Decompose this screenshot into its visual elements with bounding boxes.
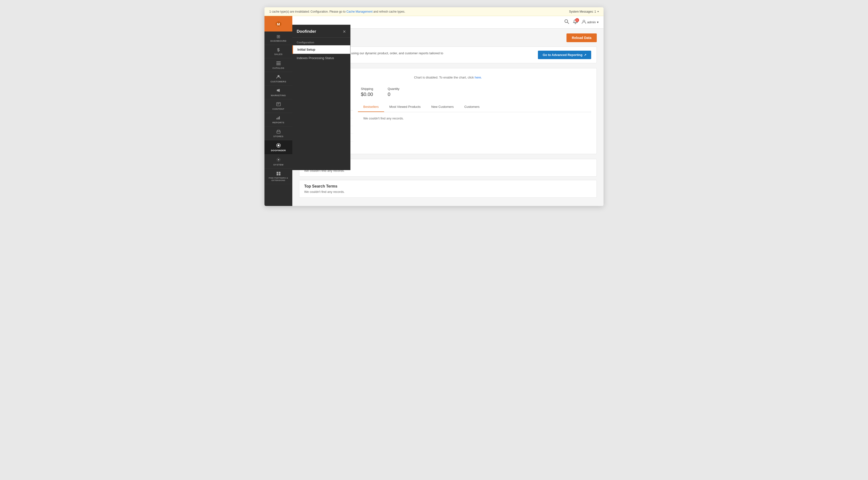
- svg-point-17: [278, 144, 279, 146]
- svg-rect-20: [279, 172, 280, 174]
- svg-rect-13: [278, 117, 279, 119]
- sidebar-item-reports[interactable]: REPORTS: [265, 113, 292, 126]
- advanced-reporting-button-label: Go to Advanced Reporting: [543, 53, 583, 57]
- svg-rect-3: [276, 62, 281, 62]
- tab-new-customers[interactable]: New Customers: [426, 102, 459, 112]
- content-icon: [276, 102, 281, 107]
- bell-icon[interactable]: 1: [573, 19, 578, 25]
- search-icon[interactable]: [564, 19, 569, 25]
- sidebar: M ⊞ DASHBOARD $ SALES CATALOG: [265, 16, 292, 206]
- doofinder-section-label: Configuration: [292, 37, 350, 45]
- user-label: admin: [587, 20, 596, 24]
- stat-quantity-label: Quantity: [388, 87, 399, 91]
- extensions-icon: [276, 172, 281, 176]
- svg-rect-4: [276, 63, 281, 64]
- svg-point-25: [575, 23, 576, 24]
- sidebar-item-marketing-label: MARKETING: [271, 94, 286, 97]
- stat-shipping-label: Shipping: [361, 87, 373, 91]
- sidebar-item-customers[interactable]: CUSTOMERS: [265, 72, 292, 86]
- sidebar-item-catalog-label: CATALOG: [273, 67, 284, 69]
- bell-badge: 1: [575, 18, 579, 22]
- sidebar-item-dashboard-label: DASHBOARD: [270, 39, 286, 42]
- sidebar-item-extensions[interactable]: FIND PARTNERS & EXTENSIONS: [265, 169, 292, 184]
- svg-rect-11: [277, 104, 279, 104]
- tab-most-viewed[interactable]: Most Viewed Products: [384, 102, 426, 112]
- doofinder-icon: [276, 143, 281, 148]
- chart-enable-link[interactable]: here.: [475, 76, 482, 79]
- reports-icon: [276, 116, 281, 120]
- chart-disabled-text: Chart is disabled. To enable the chart, …: [414, 76, 474, 79]
- customers-icon: [276, 75, 281, 80]
- svg-rect-22: [279, 174, 280, 175]
- no-records-message: We couldn't find any records.: [363, 117, 586, 120]
- user-avatar-icon: [582, 20, 586, 25]
- reload-data-button[interactable]: Reload Data: [566, 33, 597, 42]
- svg-line-24: [567, 22, 569, 24]
- svg-rect-10: [277, 103, 280, 104]
- sidebar-item-doofinder[interactable]: DOOFINDER: [265, 140, 292, 154]
- sidebar-item-content[interactable]: CONTENT: [265, 99, 292, 113]
- svg-rect-21: [277, 174, 278, 175]
- advanced-reporting-button[interactable]: Go to Advanced Reporting ↗: [538, 51, 591, 59]
- system-message-bar: 1 cache type(s) are invalidated: Configu…: [265, 7, 603, 16]
- sidebar-item-catalog[interactable]: CATALOG: [265, 58, 292, 72]
- external-link-icon: ↗: [584, 53, 586, 57]
- sidebar-nav: ⊞ DASHBOARD $ SALES CATALOG: [265, 31, 292, 206]
- svg-rect-15: [277, 131, 280, 133]
- stat-quantity: Quantity 0: [388, 87, 399, 97]
- svg-point-18: [278, 159, 279, 160]
- cache-management-link[interactable]: Cache Management: [346, 10, 372, 13]
- system-messages-count: System Messages: 1: [569, 10, 596, 13]
- doofinder-panel: Doofinder ✕ Configuration Initial Setup …: [292, 25, 350, 170]
- svg-point-23: [565, 20, 568, 23]
- sidebar-item-marketing[interactable]: MARKETING: [265, 86, 292, 99]
- sidebar-item-system-label: SYSTEM: [273, 163, 283, 166]
- system-message-prefix: 1 cache type(s) are invalidated: Configu…: [269, 10, 346, 13]
- sidebar-item-stores-label: STORES: [273, 135, 284, 138]
- stat-shipping-value: $0.00: [361, 92, 373, 97]
- svg-rect-5: [276, 64, 281, 65]
- doofinder-panel-title: Doofinder: [297, 29, 316, 34]
- system-messages-right[interactable]: System Messages: 1 ▾: [569, 10, 599, 13]
- user-chevron-icon: ▾: [597, 20, 599, 24]
- sidebar-item-reports-label: REPORTS: [273, 121, 284, 124]
- marketing-icon: [276, 89, 281, 93]
- top-search-terms-empty: We couldn't find any records.: [304, 190, 592, 193]
- sidebar-item-stores[interactable]: STORES: [265, 127, 292, 140]
- doofinder-menu-initial-setup[interactable]: Initial Setup: [292, 45, 350, 54]
- svg-rect-14: [279, 116, 280, 119]
- tab-customers[interactable]: Customers: [459, 102, 485, 112]
- stat-quantity-value: 0: [388, 92, 399, 97]
- svg-rect-12: [277, 118, 277, 119]
- sidebar-item-customers-label: CUSTOMERS: [271, 80, 286, 83]
- tab-content: We couldn't find any records.: [358, 112, 591, 124]
- svg-rect-19: [277, 172, 278, 174]
- sidebar-item-dashboard[interactable]: ⊞ DASHBOARD: [265, 31, 292, 45]
- system-icon: [276, 157, 281, 162]
- user-menu[interactable]: admin ▾: [582, 20, 599, 25]
- doofinder-menu-indexes-status[interactable]: Indexes Processing Status: [292, 54, 350, 62]
- magento-logo-icon: M: [274, 20, 283, 29]
- svg-text:M: M: [277, 22, 280, 26]
- system-message-suffix: and refresh cache types.: [373, 10, 405, 13]
- system-messages-chevron-icon: ▾: [597, 10, 599, 13]
- sidebar-logo: M: [265, 16, 292, 31]
- sidebar-item-extensions-label: FIND PARTNERS & EXTENSIONS: [266, 177, 291, 181]
- catalog-icon: [276, 61, 281, 66]
- sidebar-item-system[interactable]: SYSTEM: [265, 155, 292, 169]
- sidebar-item-content-label: CONTENT: [273, 108, 284, 110]
- sales-icon: $: [277, 48, 279, 52]
- app-wrapper: M ⊞ DASHBOARD $ SALES CATALOG: [265, 16, 603, 206]
- tabs-header: Bestsellers Most Viewed Products New Cus…: [358, 102, 591, 112]
- doofinder-close-button[interactable]: ✕: [343, 29, 346, 34]
- stat-shipping: Shipping $0.00: [361, 87, 373, 97]
- tabs-area: Bestsellers Most Viewed Products New Cus…: [358, 102, 591, 149]
- tab-bestsellers[interactable]: Bestsellers: [358, 102, 384, 112]
- sidebar-item-doofinder-label: DOOFINDER: [271, 149, 286, 152]
- sidebar-item-sales[interactable]: $ SALES: [265, 45, 292, 58]
- svg-rect-8: [277, 90, 278, 91]
- top-search-terms-block: Top Search Terms We couldn't find any re…: [299, 180, 597, 198]
- dashboard-icon: ⊞: [277, 34, 280, 39]
- top-search-terms-title: Top Search Terms: [304, 184, 592, 188]
- doofinder-panel-header: Doofinder ✕: [292, 25, 350, 37]
